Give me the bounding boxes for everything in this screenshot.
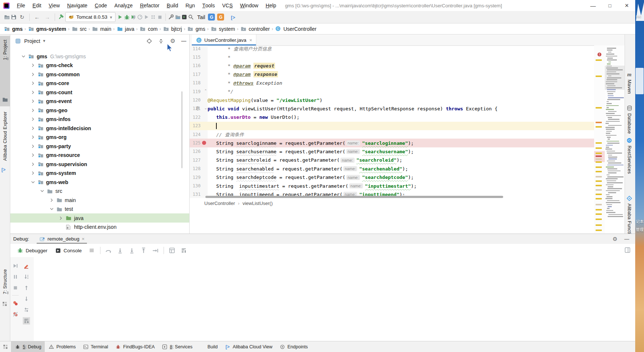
statusbar-item-alibaba-cloud-view[interactable]: [>Alibaba Cloud View (221, 341, 276, 352)
right-tab-database[interactable]: Database (626, 105, 633, 134)
menu-code[interactable]: Code (91, 0, 110, 11)
chevron-down-icon[interactable] (49, 206, 55, 212)
debug-button[interactable] (124, 14, 130, 21)
chevron-right-icon[interactable] (30, 107, 36, 113)
chevron-down-icon[interactable] (30, 179, 36, 185)
tree-item-gms-supervision[interactable]: gms-supervision (10, 160, 189, 169)
code-line-130[interactable]: 130 String inputtimestart = request.getP… (190, 182, 594, 190)
structure-grid-icon[interactable] (2, 301, 7, 307)
run-with-coverage-button[interactable] (130, 14, 137, 21)
menu-help[interactable]: Help (262, 0, 280, 11)
chevron-right-icon[interactable] (30, 72, 36, 77)
breadcrumb-item-UserController[interactable]: CUserController (275, 26, 316, 32)
statusbar-item-5-debug[interactable]: 5: Debug (11, 341, 45, 352)
tree-item-gms-geo[interactable]: gms-geo (10, 106, 189, 115)
statusbar-item-problems[interactable]: Problems (45, 341, 79, 352)
sync-button[interactable]: ↻ (17, 12, 27, 22)
stripe-mark[interactable] (596, 189, 602, 191)
chevron-right-icon[interactable] (30, 98, 36, 104)
code-line-115[interactable]: 115 * (190, 53, 594, 61)
force-step-into-button[interactable] (129, 247, 135, 254)
chevron-right-icon[interactable] (30, 116, 36, 122)
code-line-121[interactable]: 121@⌄public void viewListUser(HttpServle… (190, 104, 594, 113)
stripe-mark[interactable] (596, 180, 602, 182)
stripe-mark[interactable] (596, 76, 602, 77)
debug-tab-close-icon[interactable]: × (82, 236, 85, 242)
chevron-right-icon[interactable] (30, 143, 36, 149)
settings-wrench-button[interactable] (168, 14, 175, 21)
breakpoint-icon[interactable] (202, 141, 206, 145)
stripe-mark[interactable] (596, 126, 602, 128)
tail-button[interactable]: Tail (197, 14, 205, 20)
tree-item-http-client.env.json[interactable]: http-client.env.json (10, 223, 189, 232)
tree-item-gms-check[interactable]: gms-check (10, 61, 189, 70)
menu-analyze[interactable]: Analyze (111, 0, 136, 11)
project-structure-button[interactable] (175, 14, 181, 21)
tree-item-src[interactable]: src (10, 187, 189, 196)
profiler-button[interactable] (137, 14, 143, 21)
close-button[interactable]: × (618, 0, 635, 11)
stripe-mark[interactable] (596, 147, 602, 149)
menu-refactor[interactable]: Refactor (136, 0, 163, 11)
menu-build[interactable]: Build (163, 0, 182, 11)
fold-marker-icon[interactable]: ⌄ (204, 106, 207, 110)
menu-window[interactable]: Window (237, 0, 262, 11)
tree-item-gms-common[interactable]: gms-common (10, 70, 189, 79)
sidebar-tab-project[interactable]: 1: Project (0, 36, 10, 106)
maximize-button[interactable]: □ (601, 0, 618, 11)
search-everywhere-button[interactable] (188, 14, 194, 21)
mute-breakpoints-button[interactable] (12, 311, 19, 318)
locate-file-icon[interactable] (146, 38, 153, 44)
forward-button[interactable]: → (43, 12, 52, 22)
stripe-mark[interactable] (596, 155, 602, 157)
editor-tab-usercontroller[interactable]: C UserController.java × (192, 34, 256, 45)
toggle-order-button[interactable] (23, 306, 30, 314)
menu-file[interactable]: File (13, 0, 29, 11)
console-tab[interactable]: Console (51, 246, 85, 255)
code-line-114[interactable]: 114 * 查询用户分页信息 (190, 44, 594, 53)
stripe-mark[interactable] (596, 194, 602, 195)
tree-item-gms-party[interactable]: gms-party (10, 142, 189, 151)
minimize-button[interactable]: — (585, 0, 601, 11)
error-stripe[interactable] (594, 45, 605, 234)
chevron-right-icon[interactable] (30, 125, 36, 131)
chevron-right-icon[interactable] (30, 134, 36, 140)
tree-item-gms-core[interactable]: gms-core (10, 79, 189, 88)
debug-session-tab[interactable]: remote_debug × (36, 234, 88, 244)
tree-item-gms-org[interactable]: gms-org (10, 133, 189, 142)
build-project-button[interactable] (57, 14, 64, 21)
stripe-mark[interactable] (596, 171, 602, 172)
statusbar-item-terminal[interactable]: Terminal (79, 341, 111, 352)
right-tab-restservices[interactable]: RestServices (626, 137, 633, 174)
breadcrumb-item-java[interactable]: java (117, 26, 135, 32)
code-line-122[interactable]: 122 this.userDto = new UserDto(); (190, 113, 594, 121)
step-out-button[interactable] (140, 247, 147, 254)
run-config-selector[interactable]: Tomcat 8.0.53▼ (65, 12, 116, 22)
chevron-right-icon[interactable] (30, 62, 36, 68)
tree-item-gms-event[interactable]: gms-event (10, 97, 189, 106)
fold-marker-icon[interactable]: ⌃ (204, 89, 207, 93)
breadcrumb-item-src[interactable]: src (72, 26, 87, 32)
breadcrumb-item-com[interactable]: com (139, 26, 157, 32)
menu-view[interactable]: View (45, 0, 63, 11)
move-up-button[interactable] (23, 284, 30, 292)
code-line-118[interactable]: 118 * @throws Exception (190, 79, 594, 87)
menu-run[interactable]: Run (182, 0, 199, 11)
back-button[interactable]: ← (32, 12, 42, 22)
tree-item-gms-infos[interactable]: gms-infos (10, 115, 189, 124)
chevron-right-icon[interactable] (30, 80, 36, 86)
menu-edit[interactable]: Edit (29, 0, 45, 11)
stripe-mark[interactable] (596, 224, 602, 226)
statusbar-item-8-services[interactable]: 8: Services (158, 341, 196, 352)
tree-item-gms-resource[interactable]: gms-resource (10, 151, 189, 160)
statusbar-item-endpoints[interactable]: Endpoints (276, 341, 311, 352)
chevron-right-icon[interactable] (30, 152, 36, 158)
code-line-129[interactable]: 129 String searchdeptcode = request.getP… (190, 173, 594, 182)
stripe-mark[interactable] (596, 204, 602, 205)
open-button[interactable] (4, 14, 10, 21)
menu-tools[interactable]: Tools (198, 0, 218, 11)
tree-item-gms-system[interactable]: gms-system (10, 169, 189, 178)
stop-button[interactable] (12, 284, 19, 292)
tree-item-gms-count[interactable]: gms-count (10, 88, 189, 97)
stripe-mark[interactable] (596, 176, 602, 177)
